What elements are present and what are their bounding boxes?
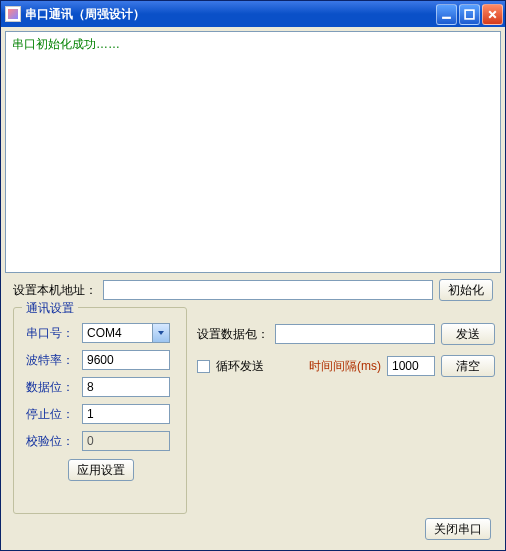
send-button[interactable]: 发送 — [441, 323, 495, 345]
parity-row: 校验位： — [26, 431, 176, 451]
maximize-button[interactable] — [459, 4, 480, 25]
app-icon — [5, 6, 21, 22]
apply-row: 应用设置 — [26, 459, 176, 481]
comm-settings-legend: 通讯设置 — [22, 300, 78, 317]
chevron-down-icon — [152, 324, 169, 342]
init-button[interactable]: 初始化 — [439, 279, 493, 301]
baud-label: 波特率： — [26, 352, 76, 369]
databits-input[interactable] — [82, 377, 170, 397]
log-text: 串口初始化成功…… — [12, 37, 120, 51]
address-input[interactable] — [103, 280, 433, 300]
right-pane: 设置数据包： 发送 循环发送 时间间隔(ms) 清空 — [197, 307, 495, 514]
databits-row: 数据位： — [26, 377, 176, 397]
window-controls — [436, 4, 503, 25]
svg-rect-0 — [442, 16, 451, 18]
interval-input[interactable] — [387, 356, 435, 376]
databits-label: 数据位： — [26, 379, 76, 396]
clear-button[interactable]: 清空 — [441, 355, 495, 377]
close-button[interactable] — [482, 4, 503, 25]
stopbits-input[interactable] — [82, 404, 170, 424]
footer-row: 关闭串口 — [5, 518, 501, 546]
comm-settings-panel: 通讯设置 串口号： COM4 波特率： 数据位： — [13, 307, 187, 514]
port-value: COM4 — [87, 326, 152, 340]
loop-row: 循环发送 时间间隔(ms) 清空 — [197, 355, 495, 377]
minimize-icon — [441, 9, 452, 20]
loop-checkbox[interactable] — [197, 360, 210, 373]
packet-label: 设置数据包： — [197, 326, 269, 343]
baud-row: 波特率： — [26, 350, 176, 370]
minimize-button[interactable] — [436, 4, 457, 25]
packet-row: 设置数据包： 发送 — [197, 323, 495, 345]
packet-input[interactable] — [275, 324, 435, 344]
app-window: 串口通讯（周强设计） 串口初始化成功…… 设置本机地址： 初始化 — [0, 0, 506, 551]
title-bar: 串口通讯（周强设计） — [1, 1, 505, 27]
lower-section: 通讯设置 串口号： COM4 波特率： 数据位： — [5, 305, 501, 518]
loop-label: 循环发送 — [216, 358, 264, 375]
address-label: 设置本机地址： — [13, 282, 97, 299]
stopbits-row: 停止位： — [26, 404, 176, 424]
stopbits-label: 停止位： — [26, 406, 76, 423]
parity-label: 校验位： — [26, 433, 76, 450]
client-area: 串口初始化成功…… 设置本机地址： 初始化 通讯设置 串口号： COM4 — [3, 29, 503, 548]
apply-settings-button[interactable]: 应用设置 — [68, 459, 134, 481]
port-select[interactable]: COM4 — [82, 323, 170, 343]
maximize-icon — [464, 9, 475, 20]
port-row: 串口号： COM4 — [26, 323, 176, 343]
close-icon — [487, 9, 498, 20]
interval-label: 时间间隔(ms) — [309, 358, 381, 375]
window-title: 串口通讯（周强设计） — [25, 6, 436, 23]
port-label: 串口号： — [26, 325, 76, 342]
svg-rect-1 — [465, 10, 474, 19]
log-output[interactable]: 串口初始化成功…… — [5, 31, 501, 273]
parity-input — [82, 431, 170, 451]
close-port-button[interactable]: 关闭串口 — [425, 518, 491, 540]
baud-input[interactable] — [82, 350, 170, 370]
address-row: 设置本机地址： 初始化 — [5, 273, 501, 305]
